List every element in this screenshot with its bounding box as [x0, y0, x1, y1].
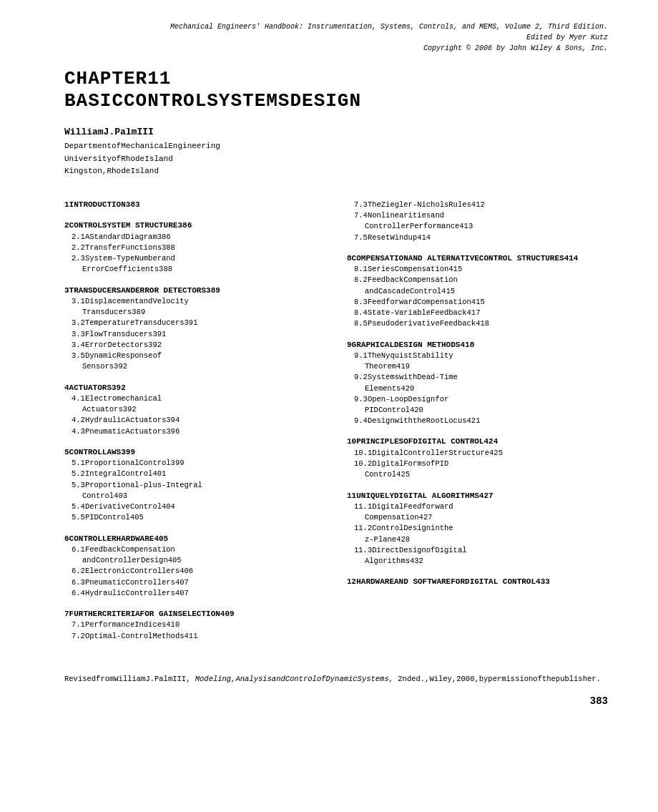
toc-item: 5.5PIDControl405	[64, 512, 325, 523]
toc-right-column: 7.3TheZiegler-NicholsRules412 7.4Nonline…	[347, 200, 608, 652]
toc-section-r6: 12HARDWAREAND SOFTWAREFORDIGITAL CONTROL…	[347, 577, 608, 587]
toc-item: 4.1Electromechanical	[64, 393, 325, 404]
toc-item: 11.3DirectDesignofDigital	[347, 545, 608, 556]
toc-container: 1INTRODUCTION383 2CONTROLSYSTEM STRUCTUR…	[64, 200, 608, 652]
toc-item: 10.2DigitalFormsofPID	[347, 459, 608, 469]
toc-item: 5.4DerivativeControl404	[64, 502, 325, 512]
toc-item: 6.2ElectronicControllers406	[64, 566, 325, 577]
toc-item: 4.2HydraulicActuators394	[64, 415, 325, 426]
author-dept: DepartmentofMechanicalEngineering	[64, 140, 608, 153]
toc-item: 8.4State-VariableFeedback417	[347, 308, 608, 318]
toc-item: 9.4DesignwiththeRootLocus421	[347, 416, 608, 426]
toc-item: Control425	[347, 469, 608, 480]
toc-section-r1: 7.3TheZiegler-NicholsRules412 7.4Nonline…	[347, 200, 608, 243]
toc-item: PIDControl420	[347, 405, 608, 416]
toc-section-r4-title: 10PRINCIPLESOFDIGITAL CONTROL424	[347, 436, 608, 447]
toc-section-1-title: 1INTRODUCTION383	[64, 200, 325, 210]
toc-item: 8.2FeedbackCompensation	[347, 275, 608, 285]
toc-item: 8.3FeedforwardCompensation415	[347, 297, 608, 308]
footer-text-1: RevisedfromWilliamJ.PalmIII,	[64, 675, 190, 683]
toc-section-2-title: 2CONTROLSYSTEM STRUCTURE386	[64, 220, 325, 231]
toc-item: Transducers389	[64, 307, 325, 318]
toc-item: 3.5DynamicResponseof	[64, 351, 325, 361]
toc-section-r6-title: 12HARDWAREAND SOFTWAREFORDIGITAL CONTROL…	[347, 577, 608, 587]
copyright: Copyright © 2006 by John Wiley & Sons, I…	[64, 43, 608, 54]
toc-item: Theorem419	[347, 361, 608, 372]
toc-section-7-title: 7FURTHERCRITERIAFOR GAINSELECTION409	[64, 609, 325, 620]
toc-item: 2.2TransferFunctions388	[64, 243, 325, 253]
toc-item: 7.3TheZiegler-NicholsRules412	[347, 200, 608, 210]
toc-item: 9.1TheNyquistStability	[347, 351, 608, 361]
toc-item: 11.2ControlDesigninthe	[347, 523, 608, 534]
toc-section-4: 4ACTUATORS392 4.1Electromechanical Actua…	[64, 383, 325, 437]
toc-section-7: 7FURTHERCRITERIAFOR GAINSELECTION409 7.1…	[64, 609, 325, 642]
toc-section-r5: 11UNIQUELYDIGITAL ALGORITHMS427 11.1Digi…	[347, 491, 608, 567]
toc-item: 9.3Open-LoopDesignfor	[347, 394, 608, 405]
footer-note: RevisedfromWilliamJ.PalmIII, Modeling,An…	[64, 673, 608, 685]
toc-section-r2: 8COMPENSATIONAND ALTERNATIVECONTROL STRU…	[347, 253, 608, 330]
toc-item: 8.5PseudoderivativeFeedback418	[347, 318, 608, 329]
toc-item: Elements420	[347, 383, 608, 394]
toc-item: andControllerDesign405	[64, 555, 325, 566]
toc-item: Compensation427	[347, 512, 608, 523]
toc-section-r3: 9GRAPHICALDESIGN METHODS418 9.1TheNyquis…	[347, 340, 608, 427]
page-header: Mechanical Engineers' Handbook: Instrume…	[64, 21, 608, 54]
toc-section-3-title: 3TRANSDUCERSANDERROR DETECTORS389	[64, 285, 325, 296]
book-title: Mechanical Engineers' Handbook: Instrume…	[64, 21, 608, 32]
toc-left-column: 1INTRODUCTION383 2CONTROLSYSTEM STRUCTUR…	[64, 200, 325, 652]
author-block: WilliamJ.PalmIII DepartmentofMechanicalE…	[64, 125, 608, 178]
toc-item: Sensors392	[64, 361, 325, 372]
toc-section-5: 5CONTROLLAWS399 5.1ProportionalControl39…	[64, 447, 325, 524]
footer-text-2: 2nded.,Wiley,2000,bypermissionofthepubli…	[398, 675, 601, 683]
toc-section-3: 3TRANSDUCERSANDERROR DETECTORS389 3.1Dis…	[64, 285, 325, 373]
page: Mechanical Engineers' Handbook: Instrume…	[0, 0, 658, 728]
toc-item: 7.1PerformanceIndices410	[64, 620, 325, 630]
chapter-title-block: CHAPTER11 BASICCONTROLSYSTEMSDESIGN	[64, 68, 608, 112]
toc-item: 3.1DisplacementandVelocity	[64, 296, 325, 307]
author-city: Kingston,RhodeIsland	[64, 165, 608, 178]
toc-item: 3.3FlowTransducers391	[64, 329, 325, 340]
footer-book-ref: Modeling,AnalysisandControlofDynamicSyst…	[195, 675, 393, 683]
toc-section-r5-title: 11UNIQUELYDIGITAL ALGORITHMS427	[347, 491, 608, 502]
toc-item: 5.1ProportionalControl399	[64, 458, 325, 469]
toc-item: 10.1DigitalControllerStructure425	[347, 448, 608, 459]
author-univ: UniversityofRhodeIsland	[64, 153, 608, 166]
chapter-heading-2: BASICCONTROLSYSTEMSDESIGN	[64, 90, 608, 112]
author-name: WilliamJ.PalmIII	[64, 125, 608, 140]
toc-item: 2.1AStandardDiagram386	[64, 232, 325, 243]
toc-section-2: 2CONTROLSYSTEM STRUCTURE386 2.1AStandard…	[64, 220, 325, 275]
toc-section-4-title: 4ACTUATORS392	[64, 383, 325, 393]
toc-item: 7.5ResetWindup414	[347, 233, 608, 243]
toc-item: 3.4ErrorDetectors392	[64, 340, 325, 351]
toc-item: 8.1SeriesCompensation415	[347, 264, 608, 275]
toc-section-6-title: 6CONTROLLERHARDWARE405	[64, 534, 325, 544]
toc-section-r4: 10PRINCIPLESOFDIGITAL CONTROL424 10.1Dig…	[347, 436, 608, 480]
toc-item: Algorithms432	[347, 556, 608, 567]
toc-item: ErrorCoefficients388	[64, 264, 325, 275]
page-number: 383	[590, 695, 608, 707]
toc-item: z-Plane428	[347, 534, 608, 545]
toc-item: andCascadeControl415	[347, 286, 608, 297]
toc-section-6: 6CONTROLLERHARDWARE405 6.1FeedbackCompen…	[64, 534, 325, 599]
toc-item: 6.3PneumaticControllers407	[64, 577, 325, 588]
toc-item: 3.2TemperatureTransducers391	[64, 318, 325, 328]
toc-item: 6.1FeedbackCompensation	[64, 544, 325, 555]
toc-section-5-title: 5CONTROLLAWS399	[64, 447, 325, 458]
toc-item: 6.4HydraulicControllers407	[64, 588, 325, 599]
toc-item: Control403	[64, 491, 325, 502]
toc-item: ControllerPerformance413	[347, 221, 608, 232]
toc-section-r2-title: 8COMPENSATIONAND ALTERNATIVECONTROL STRU…	[347, 253, 608, 264]
toc-item: 11.1DigitalFeedforward	[347, 502, 608, 512]
toc-item: 2.3System-TypeNumberand	[64, 253, 325, 264]
toc-item: 9.2SystemswithDead-Time	[347, 372, 608, 383]
toc-item: 5.2IntegralControl401	[64, 469, 325, 479]
toc-section-1: 1INTRODUCTION383	[64, 200, 325, 210]
edited-by: Edited by Myer Kutz	[64, 32, 608, 43]
chapter-heading: CHAPTER11	[64, 68, 608, 90]
toc-item: Actuators392	[64, 404, 325, 415]
toc-item: 5.3Proportional-plus-Integral	[64, 480, 325, 491]
toc-section-r3-title: 9GRAPHICALDESIGN METHODS418	[347, 340, 608, 351]
toc-item: 4.3PneumaticActuators396	[64, 426, 325, 437]
toc-item: 7.2Optimal-ControlMethods411	[64, 631, 325, 642]
toc-item: 7.4Nonlinearitiesand	[347, 210, 608, 221]
